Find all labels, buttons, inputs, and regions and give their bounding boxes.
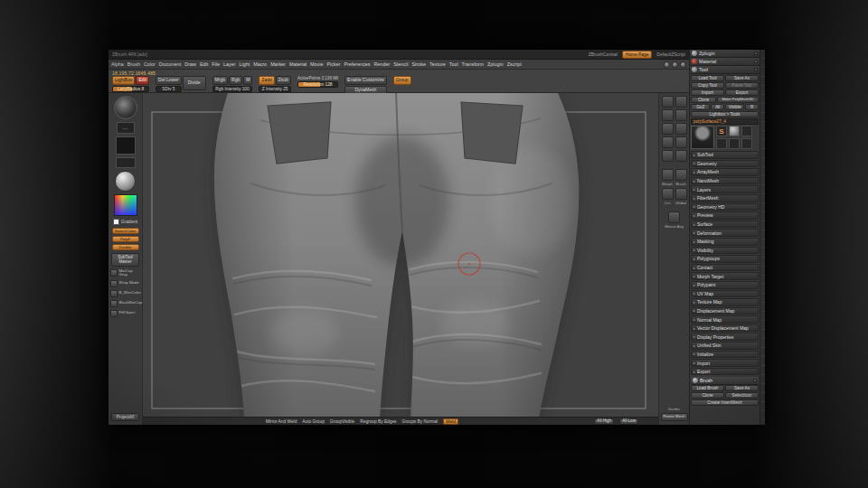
tool-thumbnail[interactable] bbox=[741, 138, 752, 149]
load-tool-button[interactable]: Load Tool bbox=[691, 75, 724, 81]
import-button[interactable]: Import bbox=[691, 89, 724, 96]
sdiv-slider[interactable]: SDiv 5 bbox=[156, 86, 182, 92]
guides-label[interactable]: Guides bbox=[668, 407, 680, 411]
menu-item[interactable]: Zplugin bbox=[487, 61, 504, 67]
goz-all-button[interactable]: All bbox=[711, 104, 724, 110]
material-selector-icon[interactable] bbox=[115, 171, 136, 192]
z-intensity-slider[interactable]: Z Intensity 25 bbox=[259, 86, 291, 92]
help-icon[interactable] bbox=[664, 61, 670, 68]
gradient-label[interactable]: Gradient bbox=[121, 220, 137, 224]
scroll-icon[interactable] bbox=[675, 96, 687, 108]
macro-button[interactable]: MatCap Gray bbox=[110, 269, 141, 277]
menu-item[interactable]: Brush bbox=[127, 61, 140, 67]
subpalette-header[interactable]: ▸ Initialize bbox=[691, 351, 759, 359]
clone-button[interactable]: Clone bbox=[691, 97, 716, 103]
lightbox-button[interactable]: LightBox bbox=[112, 76, 135, 85]
subpalette-header[interactable]: ▸ ArrayMesh bbox=[691, 168, 759, 176]
all-low-button[interactable]: All Low bbox=[619, 418, 638, 425]
stroke-selector-icon[interactable]: ⋯ bbox=[117, 122, 135, 134]
paste-tool-button[interactable]: Paste Tool bbox=[725, 82, 759, 89]
texture-selector-icon[interactable] bbox=[116, 157, 136, 168]
edit-button[interactable]: Edit bbox=[136, 76, 149, 85]
left-shelf-toggle[interactable]: Double bbox=[112, 244, 139, 250]
rgb-button[interactable]: Rgb bbox=[229, 76, 242, 85]
copy-tool-button[interactable]: Copy Tool bbox=[691, 82, 724, 89]
right-shelf-toggle[interactable]: Morph bbox=[662, 169, 674, 186]
local-icon[interactable] bbox=[675, 136, 687, 148]
zoom-icon[interactable] bbox=[662, 109, 674, 121]
subpalette-header[interactable]: ▸ Polygroups bbox=[691, 255, 759, 263]
subpalette-header[interactable]: ▸ Unified Skin bbox=[691, 342, 759, 350]
dock-icon[interactable] bbox=[753, 379, 757, 382]
subpalette-header[interactable]: ▸ Import bbox=[691, 359, 759, 367]
zadd-button[interactable]: Zadd bbox=[259, 76, 274, 85]
subpalette-header[interactable]: ▸ Contact bbox=[691, 264, 759, 272]
subpalette-header[interactable]: ▸ Layers bbox=[691, 185, 759, 193]
dock-icon[interactable] bbox=[754, 60, 758, 63]
mrgb-button[interactable]: Mrgb bbox=[212, 76, 228, 85]
subpalette-header[interactable]: ▸ Visibility bbox=[691, 247, 759, 255]
group-button[interactable]: Group bbox=[393, 76, 411, 85]
all-high-button[interactable]: All High bbox=[594, 418, 614, 425]
right-shelf-toggle[interactable]: Global bbox=[675, 188, 687, 205]
right-shelf-toggle[interactable]: Brush bbox=[675, 169, 687, 186]
enable-customize-button[interactable]: Enable Customize bbox=[344, 76, 387, 85]
menu-item[interactable]: Stencil bbox=[393, 61, 408, 67]
menu-item[interactable]: Preferences bbox=[344, 61, 370, 67]
bottom-bar-button[interactable]: Groups By Normal bbox=[402, 419, 438, 424]
brush-palette-header[interactable]: Brush bbox=[691, 377, 759, 385]
menu-item[interactable]: Layer bbox=[223, 61, 236, 67]
menu-item[interactable]: Zscript bbox=[507, 61, 522, 67]
subpalette-header[interactable]: ▸ Preview bbox=[691, 211, 759, 220]
current-tool-thumbnail[interactable] bbox=[691, 126, 714, 149]
dock-icon[interactable] bbox=[754, 68, 758, 71]
subpalette-header[interactable]: ▸ Display Properties bbox=[691, 333, 759, 341]
main-color-swatch[interactable] bbox=[113, 219, 119, 225]
menu-item[interactable]: Picker bbox=[326, 61, 340, 67]
persp-icon[interactable] bbox=[675, 123, 687, 135]
note-icon[interactable] bbox=[680, 61, 686, 68]
subpalette-header[interactable]: ▸ FiberMesh bbox=[691, 194, 759, 202]
macro-button[interactable]: Wrap Mode bbox=[110, 280, 141, 287]
subpalette-header[interactable]: ▸ Displacement Map bbox=[691, 307, 759, 315]
current-brush-icon[interactable] bbox=[114, 96, 137, 119]
sculpt-canvas[interactable]: Mirror And WeldAuto GroupGroupVisibleReg… bbox=[143, 93, 658, 425]
m-button[interactable]: M bbox=[243, 76, 252, 85]
menu-item[interactable]: Marker bbox=[270, 61, 286, 67]
left-shelf-toggle[interactable]: PolyF bbox=[112, 236, 139, 242]
subpalette-header[interactable]: ▸ NanoMesh bbox=[691, 177, 759, 185]
lazyradius-slider[interactable]: LazyRadius 8 bbox=[112, 86, 149, 92]
floor-icon[interactable] bbox=[662, 136, 674, 148]
subpalette-header[interactable]: ▸ Morph Target bbox=[691, 272, 759, 280]
make-polymesh3d-button[interactable]: Make PolyMesh3D bbox=[717, 97, 759, 103]
subpalette-header[interactable]: ▸ Export bbox=[691, 368, 759, 376]
subpalette-header[interactable]: ▸ Normal Map bbox=[691, 315, 759, 324]
dock-icon[interactable] bbox=[754, 52, 758, 55]
subpalette-header[interactable]: ▸ UV Map bbox=[691, 290, 759, 298]
sphere3d-thumbnail[interactable] bbox=[729, 126, 740, 136]
homepage-button[interactable]: Home Page bbox=[622, 51, 652, 59]
tab-tool[interactable]: Tool bbox=[690, 66, 760, 74]
menu-item[interactable]: Macro bbox=[253, 61, 267, 67]
menu-item[interactable]: Document bbox=[159, 61, 182, 67]
subpalette-header[interactable]: ▸ Masking bbox=[691, 238, 759, 246]
frame-mesh-button[interactable]: Frame Mesh bbox=[661, 413, 688, 421]
menu-item[interactable]: File bbox=[212, 61, 220, 67]
zsub-button[interactable]: Zsub bbox=[276, 76, 291, 85]
export-button[interactable]: Export bbox=[725, 89, 759, 96]
menu-item[interactable]: Tool bbox=[449, 61, 458, 67]
goz-button[interactable]: GoZ bbox=[691, 104, 710, 110]
goz-visible-button[interactable]: Visible bbox=[725, 104, 744, 110]
bottom-bar-button[interactable]: Mirror And Weld bbox=[266, 419, 297, 424]
subtool-master-button[interactable]: SubTool Master bbox=[111, 253, 139, 267]
home-icon[interactable] bbox=[672, 61, 678, 68]
projectall-button[interactable]: ProjectAll bbox=[111, 413, 139, 421]
aahalf-icon[interactable] bbox=[662, 123, 674, 135]
resolution-slider[interactable]: Resolution 128 bbox=[297, 81, 338, 88]
frame-icon[interactable] bbox=[675, 150, 687, 162]
tool-thumbnail[interactable] bbox=[729, 138, 740, 149]
rgb-intensity-slider[interactable]: Rgb Intensity 100 bbox=[212, 86, 253, 92]
menu-item[interactable]: Texture bbox=[429, 61, 446, 67]
bottom-bar-button[interactable]: Auto Group bbox=[302, 419, 325, 424]
macro-button[interactable]: FillObject bbox=[110, 310, 141, 317]
